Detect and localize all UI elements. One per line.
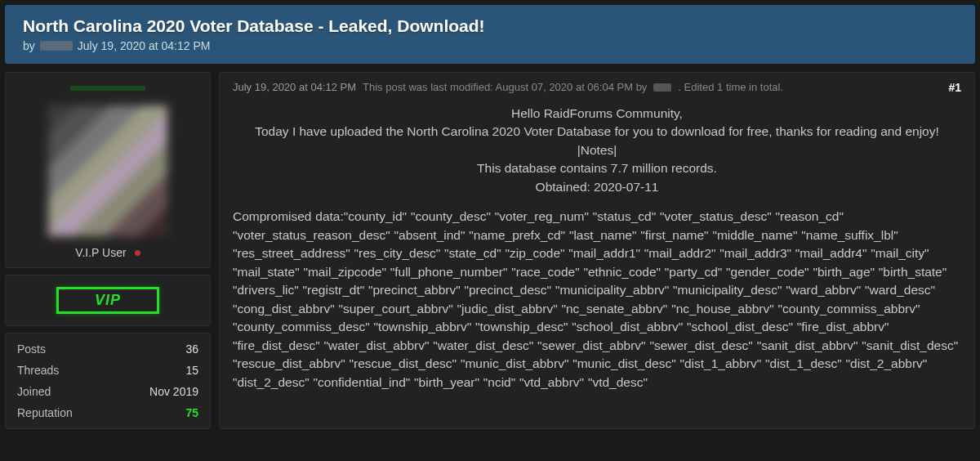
- thread-title[interactable]: North Carolina 2020 Voter Database - Lea…: [23, 16, 957, 36]
- post-body-container: #1 July 19, 2020 at 04:12 PM This post w…: [219, 72, 975, 429]
- post-edited-count: . Edited 1 time in total.: [678, 81, 783, 93]
- stat-joined: Joined Nov 2019: [17, 381, 198, 402]
- compromised-fields: Compromised data:"county_id" "county_des…: [233, 208, 961, 392]
- thread-header: North Carolina 2020 Voter Database - Lea…: [5, 5, 975, 64]
- stat-reputation: Reputation 75: [17, 402, 198, 423]
- post-date: July 19, 2020 at 04:12 PM: [233, 81, 356, 93]
- post-line: |Notes|: [233, 141, 961, 159]
- post-line: Today I have uploaded the North Carolina…: [233, 123, 961, 141]
- user-title: V.I.P User: [75, 246, 126, 259]
- post-row: V.I.P User VIP Posts 36 Threads 15 Joine…: [5, 72, 975, 429]
- stat-posts: Posts 36: [17, 338, 198, 360]
- author-stats: Posts 36 Threads 15 Joined Nov 2019 Repu…: [5, 333, 211, 429]
- vip-badge-card: VIP: [5, 275, 211, 326]
- status-indicator-icon: [135, 250, 140, 256]
- stat-value: Nov 2019: [149, 385, 198, 398]
- stat-label: Joined: [17, 385, 51, 398]
- editor-name-redacted[interactable]: [653, 83, 671, 92]
- avatar[interactable]: [48, 105, 167, 236]
- post-line: This database contains 7.7 million recor…: [233, 159, 961, 177]
- author-sidebar: V.I.P User VIP Posts 36 Threads 15 Joine…: [5, 72, 211, 429]
- stat-label: Threads: [17, 364, 59, 377]
- vip-badge: VIP: [56, 287, 159, 314]
- stat-value[interactable]: 75: [185, 406, 198, 419]
- post-modified: This post was last modified: August 07, …: [363, 81, 647, 93]
- post-meta: July 19, 2020 at 04:12 PM This post was …: [233, 81, 961, 93]
- post-body: Hello RaidForums Community, Today I have…: [233, 105, 961, 392]
- stat-threads: Threads 15: [17, 360, 198, 381]
- stat-label: Reputation: [17, 406, 73, 419]
- thread-byline: by July 19, 2020 at 04:12 PM: [23, 39, 957, 52]
- stat-value[interactable]: 15: [185, 364, 198, 377]
- by-prefix: by: [23, 39, 35, 52]
- thread-date: July 19, 2020 at 04:12 PM: [78, 39, 211, 52]
- author-card: V.I.P User: [5, 72, 211, 268]
- post-number[interactable]: #1: [948, 81, 961, 94]
- author-name-redacted[interactable]: [40, 41, 73, 51]
- stat-label: Posts: [17, 342, 46, 356]
- stat-value[interactable]: 36: [185, 342, 198, 356]
- post-line: Hello RaidForums Community,: [233, 105, 961, 123]
- post-line: Obtained: 2020-07-11: [233, 178, 961, 196]
- author-username-redacted[interactable]: [67, 83, 149, 94]
